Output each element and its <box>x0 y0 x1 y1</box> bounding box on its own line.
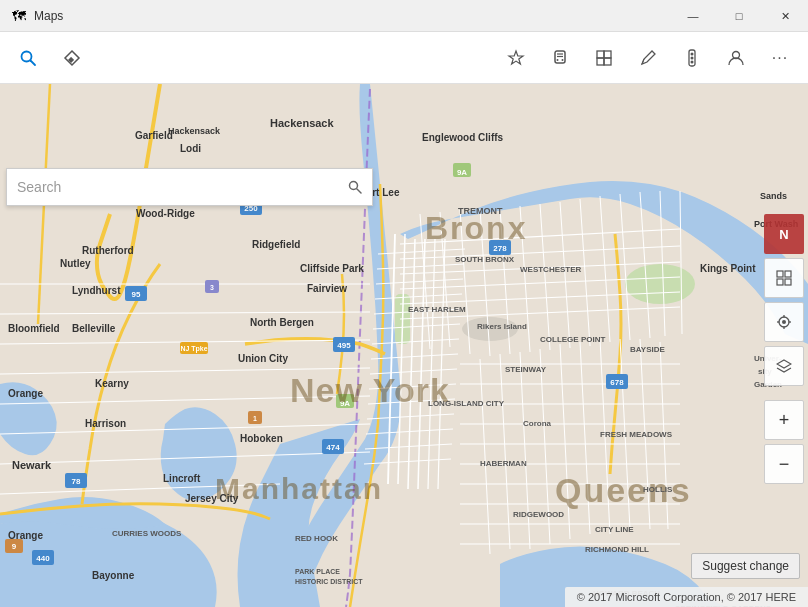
svg-text:678: 678 <box>610 378 624 387</box>
svg-line-183 <box>357 189 361 193</box>
layers-icon <box>776 358 792 374</box>
traffic-icon <box>683 49 701 67</box>
svg-point-17 <box>691 60 694 63</box>
svg-point-182 <box>350 182 358 190</box>
map-area[interactable]: 9A 9A 495 278 678 95 3 1 78 440 NJ Tpke … <box>0 84 808 607</box>
more-icon: ··· <box>772 49 788 67</box>
search-box[interactable] <box>6 168 373 206</box>
app-icon: 🗺 <box>12 8 26 24</box>
attribution-text: © 2017 Microsoft Corporation, © 2017 HER… <box>577 591 796 603</box>
svg-text:Rikers Island: Rikers Island <box>477 322 527 331</box>
svg-rect-184 <box>777 271 783 277</box>
gps-button[interactable] <box>764 302 804 342</box>
svg-rect-10 <box>604 51 611 58</box>
svg-text:◆: ◆ <box>68 55 75 64</box>
zoom-in-label: + <box>779 410 790 431</box>
svg-text:Corona: Corona <box>523 419 552 428</box>
bookmarks-icon <box>595 49 613 67</box>
svg-text:495: 495 <box>337 341 351 350</box>
svg-text:78: 78 <box>72 477 81 486</box>
transit-button[interactable] <box>540 38 580 78</box>
svg-text:95: 95 <box>132 290 141 299</box>
svg-text:FRESH MEADOWS: FRESH MEADOWS <box>600 430 673 439</box>
bookmarks-button[interactable] <box>584 38 624 78</box>
svg-text:North Bergen: North Bergen <box>250 317 314 328</box>
svg-rect-185 <box>785 271 791 277</box>
zoom-in-button[interactable]: + <box>764 400 804 440</box>
svg-text:440: 440 <box>36 554 50 563</box>
compass-button[interactable]: N <box>764 214 804 254</box>
svg-point-15 <box>691 52 694 55</box>
svg-text:9: 9 <box>12 542 17 551</box>
svg-text:NJ Tpke: NJ Tpke <box>180 345 207 353</box>
svg-text:COLLEGE POINT: COLLEGE POINT <box>540 335 605 344</box>
svg-text:HISTORIC DISTRICT: HISTORIC DISTRICT <box>295 578 363 585</box>
zoom-out-button[interactable]: − <box>764 444 804 484</box>
search-submit-button[interactable] <box>348 180 362 194</box>
suggest-change-button[interactable]: Suggest change <box>691 553 800 579</box>
window-controls: — □ ✕ <box>670 0 808 31</box>
profile-button[interactable] <box>716 38 756 78</box>
search-toolbar-icon <box>19 49 37 67</box>
svg-point-5 <box>557 59 559 61</box>
svg-text:Nutley: Nutley <box>60 258 91 269</box>
titlebar-left: 🗺 Maps <box>0 8 63 24</box>
favorites-button[interactable] <box>496 38 536 78</box>
svg-text:LONG-ISLAND CITY: LONG-ISLAND CITY <box>428 399 505 408</box>
svg-text:Kearny: Kearny <box>95 378 129 389</box>
svg-text:HABERMAN: HABERMAN <box>480 459 527 468</box>
svg-text:BAYSIDE: BAYSIDE <box>630 345 665 354</box>
search-input[interactable] <box>17 179 348 195</box>
svg-text:Kings Point: Kings Point <box>700 263 756 274</box>
svg-text:Bayonne: Bayonne <box>92 570 135 581</box>
svg-text:EAST HARLEM: EAST HARLEM <box>408 305 466 314</box>
svg-text:3: 3 <box>210 284 214 291</box>
svg-text:Orange: Orange <box>8 388 43 399</box>
svg-rect-186 <box>777 279 783 285</box>
svg-text:Newark: Newark <box>12 459 52 471</box>
svg-text:Jersey City: Jersey City <box>185 493 239 504</box>
svg-text:New York: New York <box>290 371 450 409</box>
svg-point-16 <box>691 56 694 59</box>
search-panel <box>6 168 373 206</box>
svg-text:CITY LINE: CITY LINE <box>595 525 634 534</box>
minimize-button[interactable]: — <box>670 0 716 32</box>
svg-text:Belleville: Belleville <box>72 323 116 334</box>
svg-text:Orange: Orange <box>8 530 43 541</box>
close-button[interactable]: ✕ <box>762 0 808 32</box>
svg-text:Rutherford: Rutherford <box>82 245 134 256</box>
svg-text:Wood-Ridge: Wood-Ridge <box>136 208 195 219</box>
svg-text:PARK PLACE: PARK PLACE <box>295 568 340 575</box>
svg-text:Hackensack: Hackensack <box>270 117 334 129</box>
svg-line-1 <box>31 60 36 65</box>
layers-button[interactable] <box>764 346 804 386</box>
svg-text:Harrison: Harrison <box>85 418 126 429</box>
search-submit-icon <box>348 180 362 194</box>
svg-text:Ridgefield: Ridgefield <box>252 239 300 250</box>
svg-text:Englewood Cliffs: Englewood Cliffs <box>422 132 504 143</box>
svg-text:SOUTH BRONX: SOUTH BRONX <box>455 255 515 264</box>
svg-text:1: 1 <box>253 415 257 422</box>
suggest-change-label: Suggest change <box>702 559 789 573</box>
svg-text:Manhattan: Manhattan <box>215 472 383 505</box>
maximize-button[interactable]: □ <box>716 0 762 32</box>
map-type-button[interactable] <box>764 258 804 298</box>
svg-text:Bloomfield: Bloomfield <box>8 323 60 334</box>
map-svg: 9A 9A 495 278 678 95 3 1 78 440 NJ Tpke … <box>0 84 808 607</box>
search-toolbar-button[interactable] <box>8 38 48 78</box>
more-button[interactable]: ··· <box>760 38 800 78</box>
traffic-button[interactable] <box>672 38 712 78</box>
svg-text:RICHMOND HILL: RICHMOND HILL <box>585 545 649 554</box>
zoom-out-label: − <box>779 454 790 475</box>
directions-button[interactable]: ◆ <box>52 38 92 78</box>
svg-text:HOLLIS: HOLLIS <box>643 485 673 494</box>
svg-text:Cliffside Park: Cliffside Park <box>300 263 364 274</box>
drawing-button[interactable] <box>628 38 668 78</box>
titlebar: 🗺 Maps — □ ✕ <box>0 0 808 32</box>
svg-text:CURRIES WOODS: CURRIES WOODS <box>112 529 182 538</box>
svg-text:TREMONT: TREMONT <box>458 206 503 216</box>
transit-icon <box>551 49 569 67</box>
map-type-icon <box>776 270 792 286</box>
svg-text:474: 474 <box>326 443 340 452</box>
svg-text:Fairview: Fairview <box>307 283 347 294</box>
